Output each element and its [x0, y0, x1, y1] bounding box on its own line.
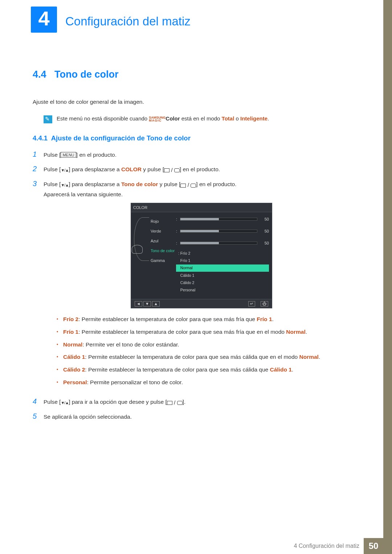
subsection-title: Ajuste de la configuración de Tono de co… [51, 134, 191, 142]
footer-text: 4 Configuración del matiz [294, 543, 359, 549]
osd-label-verde: Verde [151, 228, 176, 234]
osd-dd-selected: Normal [176, 264, 269, 272]
osd-left: Rojo Verde Azul Tono de color Gamma [132, 216, 176, 294]
bullet-frio2: Frío 2: Permite establecer la temperatur… [56, 315, 359, 324]
osd-val-rojo: 50 [260, 216, 269, 222]
page-footer: 4 Configuración del matiz 50 [294, 538, 383, 554]
tono-keyword: Tono de color [121, 181, 158, 187]
menu-button-icon: MENU [61, 152, 76, 157]
intro-text: Ajuste el tono de color general de la im… [33, 98, 359, 106]
palette-icon [132, 245, 143, 254]
step-2: 2 Pulse [▼/▲] para desplazarse a COLOR y… [33, 165, 359, 175]
step-num: 1 [33, 150, 44, 159]
step-5: 5 Se aplicará la opción seleccionada. [33, 412, 359, 422]
bullet-calido1: Cálido 1: Permite establecer la temperat… [56, 353, 359, 362]
note-icon [44, 115, 52, 123]
step-num: 3 [33, 180, 44, 188]
osd-curve-icon [134, 217, 149, 261]
updown-icon: ▼/▲ [61, 182, 69, 188]
osd-label-gamma: Gamma [151, 257, 176, 264]
step-1: 1 Pulse [MENU] en el producto. [33, 150, 359, 160]
osd-val-azul: 50 [260, 240, 269, 246]
updown-icon: ▼/▲ [61, 399, 69, 406]
color-keyword: COLOR [121, 166, 142, 172]
note-intel: Inteligente [240, 115, 268, 122]
note-color-word: Color [166, 115, 180, 122]
osd-val-verde: 50 [260, 228, 269, 234]
osd-body: Rojo Verde Azul Tono de color Gamma : 50… [131, 212, 272, 299]
back-icon: ◄ [135, 301, 142, 307]
note-pre: Este menú no está disponible cuando [57, 115, 149, 122]
source-enter-icon: / [167, 398, 183, 407]
bullet-calido2: Cálido 2: Permite establecer la temperat… [56, 365, 359, 374]
osd-title: COLOR [131, 203, 272, 212]
osd-labels: Rojo Verde Azul Tono de color Gamma [151, 216, 176, 264]
step-body: Se aplicará la opción seleccionada. [44, 412, 359, 422]
updown-icon: ▼/▲ [61, 167, 69, 173]
osd-dropdown: : Frío 2 Frío 1 Normal Cálido 1 Cálido 2… [176, 250, 269, 294]
osd-row-rojo: : 50 [176, 216, 269, 222]
subsection-number: 4.4.1 [33, 134, 48, 142]
osd-dd-item: Frío 1 [176, 257, 269, 264]
chapter-title: Configuración del matiz [65, 15, 191, 28]
content: 4.4 Tono de color Ajuste el tono de colo… [33, 69, 359, 427]
note-text: Este menú no está disponible cuando SAMS… [57, 115, 269, 123]
bullet-personal: Personal: Permite personalizar el tono d… [56, 378, 359, 387]
osd-footer: ◄ ▼ ▲ ↵ ⏻ [131, 299, 272, 308]
section-title: Tono de color [54, 69, 119, 80]
section-number: 4.4 [33, 69, 46, 80]
osd-row-verde: : 50 [176, 226, 269, 234]
osd-dd-item: Cálido 1 [176, 272, 269, 279]
osd-dd-item: Cálido 2 [176, 279, 269, 286]
note: Este menú no está disponible cuando SAMS… [44, 115, 359, 123]
step-num: 4 [33, 397, 44, 406]
step-body: Pulse [▼/▲] para desplazarse a COLOR y p… [44, 165, 359, 175]
page-number: 50 [364, 538, 383, 554]
power-icon: ⏻ [261, 301, 268, 307]
osd-row-azul: : 50 [176, 238, 269, 246]
osd-screenshot: COLOR Rojo Verde Azul Tono de color Gamm… [131, 203, 272, 309]
up-icon: ▲ [152, 301, 160, 307]
enter-icon: ↵ [248, 301, 255, 307]
samsung-magic-logo: SAMSUNGMAGIC [149, 116, 166, 122]
source-enter-icon: / [164, 165, 180, 175]
note-mid: está en el modo [180, 115, 222, 122]
step-4: 4 Pulse [▼/▲] para ir a la opción que de… [33, 397, 359, 407]
steps-list: 1 Pulse [MENU] en el producto. 2 Pulse [… [33, 150, 359, 422]
note-or: o [234, 115, 240, 122]
bullet-frio1: Frío 1: Permite establecer la temperatur… [56, 328, 359, 337]
step-body: Pulse [▼/▲] para ir a la opción que dese… [44, 397, 359, 407]
chapter-badge: 4 [31, 7, 57, 33]
osd-dd-item: : Frío 2 [176, 250, 269, 257]
note-end: . [268, 115, 269, 122]
step-body: Pulse [▼/▲] para desplazarse a Tono de c… [44, 180, 359, 392]
osd-label-tono: Tono de color [151, 247, 176, 254]
options-bullets: Frío 2: Permite establecer la temperatur… [56, 315, 359, 387]
step-num: 2 [33, 165, 44, 173]
step-body: Pulse [MENU] en el producto. [44, 150, 359, 160]
osd-label-rojo: Rojo [151, 218, 176, 225]
step-num: 5 [33, 412, 44, 420]
side-stripe [383, 0, 392, 554]
source-enter-icon: / [180, 180, 196, 190]
subsection-heading: 4.4.1 Ajuste de la configuración de Tono… [33, 134, 359, 142]
step-3: 3 Pulse [▼/▲] para desplazarse a Tono de… [33, 180, 359, 392]
osd-dd-item: Personal [176, 287, 269, 294]
step-3-after: Aparecerá la ventana siguiente. [44, 191, 123, 197]
down-icon: ▼ [143, 301, 151, 307]
note-total: Total [222, 115, 234, 122]
osd-label-azul: Azul [151, 238, 176, 244]
osd-right: : 50 : 50 : 50 : Frío 2 Frío 1 Normal Cá… [176, 216, 269, 294]
section-heading: 4.4 Tono de color [33, 69, 359, 80]
bullet-normal: Normal: Permite ver el tono de color est… [56, 340, 359, 349]
